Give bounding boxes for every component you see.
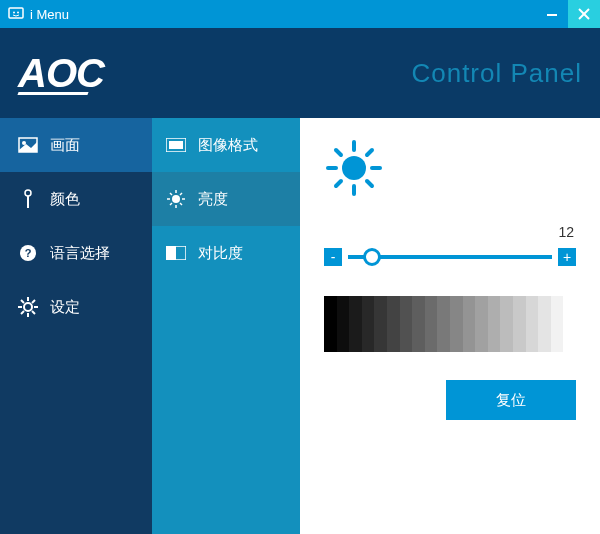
gradient-step xyxy=(538,296,551,352)
svg-line-31 xyxy=(180,193,182,195)
svg-point-34 xyxy=(342,156,366,180)
slider-thumb[interactable] xyxy=(363,248,381,266)
svg-rect-9 xyxy=(27,196,29,208)
gradient-step xyxy=(563,296,576,352)
gradient-step xyxy=(551,296,564,352)
slider-row: 12 - + xyxy=(324,248,576,266)
gear-icon xyxy=(18,297,38,317)
gradient-step xyxy=(362,296,375,352)
svg-line-18 xyxy=(32,311,35,314)
decrease-button[interactable]: - xyxy=(324,248,342,266)
gradient-step xyxy=(437,296,450,352)
reset-row: 复位 xyxy=(324,380,576,420)
sidebar-item-language[interactable]: ? 语言选择 xyxy=(0,226,152,280)
subnav-item-image-format[interactable]: 图像格式 xyxy=(152,118,300,172)
subnav-item-contrast[interactable]: 对比度 xyxy=(152,226,300,280)
title-left: i Menu xyxy=(8,6,69,22)
slider-value: 12 xyxy=(558,224,574,240)
sidebar-item-color[interactable]: 颜色 xyxy=(0,172,152,226)
svg-point-2 xyxy=(17,12,19,14)
svg-point-8 xyxy=(25,190,31,196)
svg-point-12 xyxy=(24,303,32,311)
svg-line-28 xyxy=(170,193,172,195)
body: 画面 颜色 ? 语言选择 设定 xyxy=(0,118,600,534)
subnav: 图像格式 亮度 对比度 xyxy=(152,118,300,534)
gradient-step xyxy=(412,296,425,352)
sidebar-item-label: 语言选择 xyxy=(50,244,110,263)
sidebar-item-label: 画面 xyxy=(50,136,80,155)
minimize-button[interactable] xyxy=(536,0,568,28)
svg-line-41 xyxy=(336,181,341,186)
reset-button[interactable]: 复位 xyxy=(446,380,576,420)
svg-line-42 xyxy=(367,150,372,155)
sidebar-item-label: 设定 xyxy=(50,298,80,317)
subnav-item-label: 对比度 xyxy=(198,244,243,263)
svg-point-1 xyxy=(13,12,15,14)
svg-text:?: ? xyxy=(25,247,32,259)
subnav-item-brightness[interactable]: 亮度 xyxy=(152,172,300,226)
contrast-icon xyxy=(166,243,186,263)
gradient-step xyxy=(324,296,337,352)
gradient-step xyxy=(387,296,400,352)
gradient-step xyxy=(349,296,362,352)
gradient-step xyxy=(374,296,387,352)
gradient-step xyxy=(526,296,539,352)
gradient-step xyxy=(475,296,488,352)
control-panel-label: Control Panel xyxy=(411,58,582,89)
svg-line-19 xyxy=(21,311,24,314)
gradient-step xyxy=(400,296,413,352)
titlebar: i Menu xyxy=(0,0,600,28)
gradient-preview xyxy=(324,296,576,352)
brightness-icon xyxy=(324,138,384,198)
slider-track[interactable] xyxy=(348,255,552,259)
header: AOC Control Panel xyxy=(0,28,600,118)
subnav-item-label: 图像格式 xyxy=(198,136,258,155)
svg-point-7 xyxy=(22,141,26,145)
title-text: i Menu xyxy=(30,7,69,22)
gradient-step xyxy=(463,296,476,352)
svg-line-17 xyxy=(21,300,24,303)
svg-rect-3 xyxy=(547,14,557,16)
svg-point-23 xyxy=(172,195,180,203)
svg-rect-33 xyxy=(166,246,176,260)
logo: AOC xyxy=(18,51,104,96)
brightness-small-icon xyxy=(166,189,186,209)
logo-underline xyxy=(17,92,88,95)
title-buttons xyxy=(536,0,600,28)
gradient-step xyxy=(425,296,438,352)
svg-rect-22 xyxy=(169,141,183,149)
language-icon: ? xyxy=(18,243,38,263)
svg-line-29 xyxy=(180,203,182,205)
gradient-step xyxy=(337,296,350,352)
increase-button[interactable]: + xyxy=(558,248,576,266)
gradient-step xyxy=(488,296,501,352)
sidebar: 画面 颜色 ? 语言选择 设定 xyxy=(0,118,152,534)
picture-icon xyxy=(18,135,38,155)
sidebar-item-picture[interactable]: 画面 xyxy=(0,118,152,172)
app-window: i Menu AOC Control Panel 画面 xyxy=(0,0,600,534)
logo-block: AOC xyxy=(18,51,104,95)
sidebar-item-settings[interactable]: 设定 xyxy=(0,280,152,334)
sidebar-item-label: 颜色 xyxy=(50,190,80,209)
gradient-step xyxy=(450,296,463,352)
svg-line-39 xyxy=(336,150,341,155)
gradient-step xyxy=(500,296,513,352)
svg-line-40 xyxy=(367,181,372,186)
subnav-item-label: 亮度 xyxy=(198,190,228,209)
app-icon xyxy=(8,6,24,22)
color-icon xyxy=(18,189,38,209)
gradient-step xyxy=(513,296,526,352)
main-panel: 12 - + 复位 xyxy=(300,118,600,534)
svg-line-20 xyxy=(32,300,35,303)
image-format-icon xyxy=(166,135,186,155)
close-button[interactable] xyxy=(568,0,600,28)
svg-line-30 xyxy=(170,203,172,205)
